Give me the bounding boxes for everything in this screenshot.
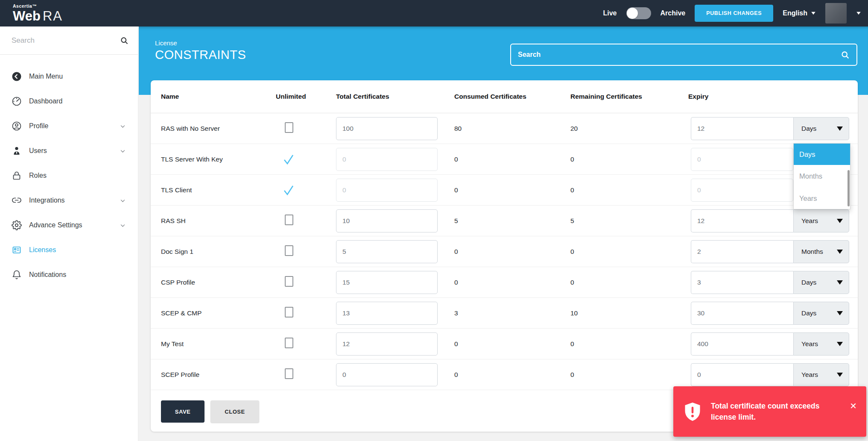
consumed-certificates-value: 0	[454, 371, 570, 379]
expiry-value-input[interactable]	[691, 363, 793, 386]
dropdown-option-months[interactable]: Months	[794, 165, 850, 187]
row-name: SCEP Profile	[151, 371, 276, 379]
consumed-certificates-value: 0	[454, 279, 570, 286]
expiry-unit-label: Days	[801, 125, 816, 132]
expiry-unit-select[interactable]: Days	[793, 117, 849, 140]
avatar-menu-caret-icon[interactable]	[856, 12, 861, 15]
sidebar-item-integrations[interactable]: Integrations	[0, 188, 138, 213]
table-row: My Test 0 0 Years	[151, 329, 858, 359]
column-header-expiry: Expiry	[688, 93, 858, 100]
sidebar-item-roles[interactable]: Roles	[0, 163, 138, 188]
sidebar-search	[0, 26, 138, 55]
total-certificates-input[interactable]	[336, 117, 438, 140]
expiry-value-input[interactable]	[691, 240, 793, 263]
avatar[interactable]	[825, 3, 847, 24]
expiry-unit-select[interactable]: Days	[793, 302, 849, 325]
expiry-value-input[interactable]	[691, 302, 793, 325]
toggle-knob[interactable]	[627, 8, 638, 19]
table-row: RAS with No Server 80 20 Days	[151, 113, 858, 144]
license-card-icon	[12, 245, 22, 255]
column-header-total: Total Certificates	[336, 93, 454, 100]
table-body: RAS with No Server 80 20 Days TLS Server…	[151, 113, 858, 390]
lock-icon	[12, 171, 22, 181]
expiry-unit-select[interactable]: Years	[793, 332, 849, 356]
expiry-unit-label: Years	[801, 217, 818, 225]
expiry-unit-select[interactable]: Days	[793, 271, 849, 294]
table-search-input[interactable]	[518, 51, 841, 59]
expiry-unit-select[interactable]: Years	[793, 363, 849, 386]
link-icon	[12, 195, 22, 206]
remaining-certificates-value: 5	[570, 217, 688, 225]
total-certificates-input[interactable]	[336, 209, 438, 232]
total-certificates-input[interactable]	[336, 240, 438, 263]
expiry-value-input[interactable]	[691, 332, 793, 356]
gear-icon	[12, 220, 22, 230]
total-certificates-input[interactable]	[336, 332, 438, 356]
expiry-value-input[interactable]	[691, 117, 793, 140]
language-dropdown[interactable]: English	[783, 9, 816, 17]
table-row: TLS Client 0 0	[151, 175, 858, 206]
expiry-value-input[interactable]	[691, 179, 793, 202]
unlimited-checkbox[interactable]	[285, 368, 293, 379]
column-header-unlimited: Unlimited	[276, 93, 336, 100]
unlimited-checkbox[interactable]	[285, 338, 293, 348]
publish-changes-button[interactable]: PUBLISH CHANGES	[695, 5, 773, 22]
row-name: RAS with No Server	[151, 125, 276, 132]
remaining-certificates-value: 20	[570, 125, 688, 132]
sidebar-item-main-menu[interactable]: Main Menu	[0, 64, 138, 89]
sidebar-item-notifications[interactable]: Notifications	[0, 262, 138, 287]
dropdown-option-years[interactable]: Years	[794, 187, 850, 209]
dropdown-scrollbar[interactable]	[848, 170, 850, 206]
sidebar-item-licenses[interactable]: Licenses	[0, 238, 138, 262]
consumed-certificates-value: 80	[454, 125, 570, 132]
sidebar-item-dashboard[interactable]: Dashboard	[0, 89, 138, 114]
chevron-down-icon	[837, 311, 843, 315]
sidebar-item-label: Advance Settings	[29, 221, 82, 229]
table-header-row: Name Unlimited Total Certificates Consum…	[151, 80, 858, 113]
dropdown-option-days[interactable]: Days	[794, 144, 850, 165]
expiry-unit-label: Months	[801, 248, 823, 256]
chevron-down-icon	[837, 126, 843, 131]
column-header-remaining: Remaining Certificates	[570, 93, 688, 100]
expiry-value-input[interactable]	[691, 271, 793, 294]
table-row: TLS Server With Key 0 0	[151, 144, 858, 175]
sidebar-search-input[interactable]	[12, 36, 120, 45]
close-button[interactable]: CLOSE	[210, 400, 259, 423]
chevron-down-icon	[120, 222, 126, 229]
row-name: Doc Sign 1	[151, 248, 276, 256]
unlimited-checkbox[interactable]	[285, 245, 293, 256]
sidebar-item-advance-settings[interactable]: Advance Settings	[0, 213, 138, 238]
unlimited-checkbox[interactable]	[285, 215, 293, 225]
total-certificates-input[interactable]	[336, 302, 438, 325]
sidebar-item-label: Roles	[29, 172, 47, 179]
unlimited-checkbox[interactable]	[285, 307, 293, 318]
expiry-value-input[interactable]	[691, 148, 793, 171]
live-archive-toggle[interactable]	[626, 7, 651, 19]
sidebar-item-users[interactable]: Users	[0, 138, 138, 163]
expiry-value-input[interactable]	[691, 209, 793, 232]
search-icon[interactable]	[120, 36, 129, 45]
expiry-unit-label: Years	[801, 340, 818, 348]
row-name: SCEP & CMP	[151, 309, 276, 317]
total-certificates-input[interactable]	[336, 363, 438, 386]
unlimited-checkbox[interactable]	[285, 276, 293, 287]
consumed-certificates-value: 3	[454, 309, 570, 317]
table-row: RAS SH 5 5 Years	[151, 206, 858, 236]
table-row: SCEP & CMP 3 10 Days	[151, 298, 858, 329]
expiry-unit-select[interactable]: Years	[793, 209, 849, 232]
unlimited-checkbox[interactable]	[285, 122, 293, 133]
chevron-down-icon	[837, 373, 843, 377]
chevron-down-icon	[837, 219, 843, 223]
total-certificates-input[interactable]	[336, 148, 438, 171]
sidebar-item-profile[interactable]: Profile	[0, 114, 138, 138]
chevron-down-icon	[120, 123, 126, 129]
total-certificates-input[interactable]	[336, 179, 438, 202]
save-button[interactable]: SAVE	[161, 400, 205, 423]
close-icon[interactable]: ✕	[850, 401, 857, 411]
search-icon[interactable]	[841, 50, 850, 59]
total-certificates-input[interactable]	[336, 271, 438, 294]
expiry-unit-select[interactable]: Months	[793, 240, 849, 263]
chevron-down-icon	[837, 280, 843, 285]
remaining-certificates-value: 0	[570, 248, 688, 256]
language-label: English	[783, 9, 807, 17]
